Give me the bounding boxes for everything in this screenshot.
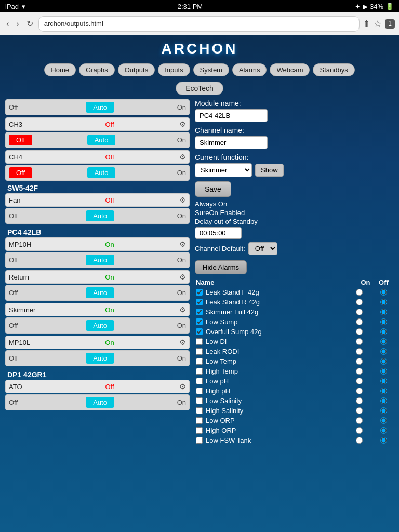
channel-default-select[interactable]: Off On xyxy=(248,242,277,255)
alarm-low-ph-checkbox[interactable] xyxy=(196,378,203,384)
alarm-low-salinity-checkbox[interactable] xyxy=(196,397,203,404)
alarm-leak-stand-f-checkbox[interactable] xyxy=(196,289,203,296)
forward-button[interactable]: › xyxy=(14,17,21,31)
alarm-high-ph-checkbox[interactable] xyxy=(196,388,203,394)
alarm-leak-stand-r-checkbox[interactable] xyxy=(196,299,203,305)
alarm-low-di-on[interactable] xyxy=(356,338,363,345)
alarm-low-fsw-on[interactable] xyxy=(356,437,363,444)
alarm-overfull-sump-on[interactable] xyxy=(356,328,363,335)
alarm-leak-stand-f-on[interactable] xyxy=(356,289,363,296)
mp10l-auto-button[interactable]: Auto xyxy=(86,353,114,364)
alarm-low-temp-on[interactable] xyxy=(356,358,363,365)
alarm-skimmer-full-off[interactable] xyxy=(380,309,387,315)
nav-outputs[interactable]: Outputs xyxy=(118,63,155,76)
bookmark-icon[interactable]: ☆ xyxy=(374,18,382,30)
control-row-top: Off Auto On xyxy=(5,99,190,115)
alarm-low-ph-on[interactable] xyxy=(356,378,363,384)
function-select[interactable]: Skimmer Return Fan None xyxy=(195,163,252,177)
delay-input[interactable] xyxy=(195,227,242,239)
ato-auto-button[interactable]: Auto xyxy=(86,397,114,408)
alarm-overfull-sump-off[interactable] xyxy=(380,328,387,335)
main-content: Off Auto On CH3 Off ⚙ Off Auto On CH4 Of… xyxy=(0,99,399,446)
alarm-low-temp-off[interactable] xyxy=(380,358,387,365)
ato-gear-icon[interactable]: ⚙ xyxy=(179,382,186,391)
mp10h-ctrl-off: Off xyxy=(9,256,30,264)
alarm-low-orp-checkbox[interactable] xyxy=(196,417,203,424)
alarm-low-di-off[interactable] xyxy=(380,338,387,345)
alarm-high-temp-checkbox[interactable] xyxy=(196,368,203,375)
alarm-leak-rodi-off[interactable] xyxy=(380,348,387,355)
show-button[interactable]: Show xyxy=(255,164,284,177)
url-bar[interactable] xyxy=(38,16,360,32)
nav-alarms[interactable]: Alarms xyxy=(232,63,267,76)
alarm-leak-rodi-on[interactable] xyxy=(356,348,363,355)
channel-name-input[interactable] xyxy=(195,136,268,149)
alarm-leak-stand-r-on[interactable] xyxy=(356,299,363,305)
alarm-skimmer-full-checkbox[interactable] xyxy=(196,309,203,315)
ch4-auto-button[interactable]: Auto xyxy=(87,167,116,178)
ch3-off-button[interactable]: Off xyxy=(9,135,32,145)
alarm-high-ph-off[interactable] xyxy=(380,388,387,394)
mp10h-ctrl-on: On xyxy=(170,256,186,264)
alarm-leak-rodi-name: Leak RODI xyxy=(206,348,350,355)
alarm-low-fsw-checkbox[interactable] xyxy=(196,437,203,444)
skimmer-gear-icon[interactable]: ⚙ xyxy=(179,305,186,314)
return-name: Return xyxy=(9,273,40,281)
mp10h-auto-button[interactable]: Auto xyxy=(86,255,114,265)
nav-graphs[interactable]: Graphs xyxy=(79,63,115,76)
skimmer-control-row: Off Auto On xyxy=(5,317,190,334)
skimmer-auto-button[interactable]: Auto xyxy=(86,320,114,331)
alarm-high-temp-off[interactable] xyxy=(380,368,387,375)
alarm-skimmer-full-on[interactable] xyxy=(356,309,363,315)
nav-inputs[interactable]: Inputs xyxy=(158,63,190,76)
back-button[interactable]: ‹ xyxy=(4,17,11,31)
alarm-high-orp-on[interactable] xyxy=(356,427,363,434)
reload-button[interactable]: ↻ xyxy=(24,17,35,31)
return-gear-icon[interactable]: ⚙ xyxy=(179,273,186,281)
fan-auto-button[interactable]: Auto xyxy=(86,210,114,221)
alarm-high-salinity-on[interactable] xyxy=(356,407,363,414)
alarm-low-fsw-off[interactable] xyxy=(380,437,387,444)
hide-alarms-button[interactable]: Hide Alarms xyxy=(195,260,247,274)
alarm-low-orp-on[interactable] xyxy=(356,417,363,424)
alarm-high-ph-on[interactable] xyxy=(356,388,363,394)
nav-system[interactable]: System xyxy=(193,63,229,76)
mp10l-gear-icon[interactable]: ⚙ xyxy=(179,338,186,347)
nav-ecotech[interactable]: EcoTech xyxy=(176,82,223,95)
alarm-overfull-sump-checkbox[interactable] xyxy=(196,328,203,335)
module-name-input[interactable] xyxy=(195,109,268,122)
alarm-high-salinity-off[interactable] xyxy=(380,407,387,414)
alarm-low-salinity-off[interactable] xyxy=(380,397,387,404)
nav-standbys[interactable]: Standbys xyxy=(313,63,354,76)
alarm-high-orp-off[interactable] xyxy=(380,427,387,434)
nav-home[interactable]: Home xyxy=(44,63,76,76)
ch4-on-label: On xyxy=(170,169,186,177)
alarm-low-temp: Low Temp xyxy=(195,357,394,365)
alarm-leak-stand-f-off[interactable] xyxy=(380,289,387,296)
save-button[interactable]: Save xyxy=(195,181,231,197)
alarm-leak-rodi-checkbox[interactable] xyxy=(196,348,203,355)
ch4-gear-icon[interactable]: ⚙ xyxy=(179,153,186,161)
auto-button[interactable]: Auto xyxy=(86,102,114,113)
alarm-low-sump-checkbox[interactable] xyxy=(196,318,203,325)
alarm-low-ph-off[interactable] xyxy=(380,378,387,384)
alarm-leak-stand-r-off[interactable] xyxy=(380,299,387,305)
alarm-low-sump-off[interactable] xyxy=(380,318,387,325)
alarm-low-di-checkbox[interactable] xyxy=(196,338,203,345)
share-icon[interactable]: ⬆ xyxy=(363,18,370,30)
ch4-off-button[interactable]: Off xyxy=(9,167,32,178)
alarm-low-salinity-on[interactable] xyxy=(356,397,363,404)
alarm-low-temp-checkbox[interactable] xyxy=(196,358,203,365)
ch3-auto-button[interactable]: Auto xyxy=(87,135,116,145)
return-auto-button[interactable]: Auto xyxy=(86,287,114,298)
fan-gear-icon[interactable]: ⚙ xyxy=(179,196,186,204)
tab-count[interactable]: 1 xyxy=(385,19,395,29)
alarm-high-orp-checkbox[interactable] xyxy=(196,427,203,434)
mp10h-gear-icon[interactable]: ⚙ xyxy=(179,240,186,248)
nav-webcam[interactable]: Webcam xyxy=(270,63,310,76)
alarm-high-temp-on[interactable] xyxy=(356,368,363,375)
alarm-low-orp-off[interactable] xyxy=(380,417,387,424)
ch3-gear-icon[interactable]: ⚙ xyxy=(179,120,186,128)
alarm-high-salinity-checkbox[interactable] xyxy=(196,407,203,414)
alarm-low-sump-on[interactable] xyxy=(356,318,363,325)
